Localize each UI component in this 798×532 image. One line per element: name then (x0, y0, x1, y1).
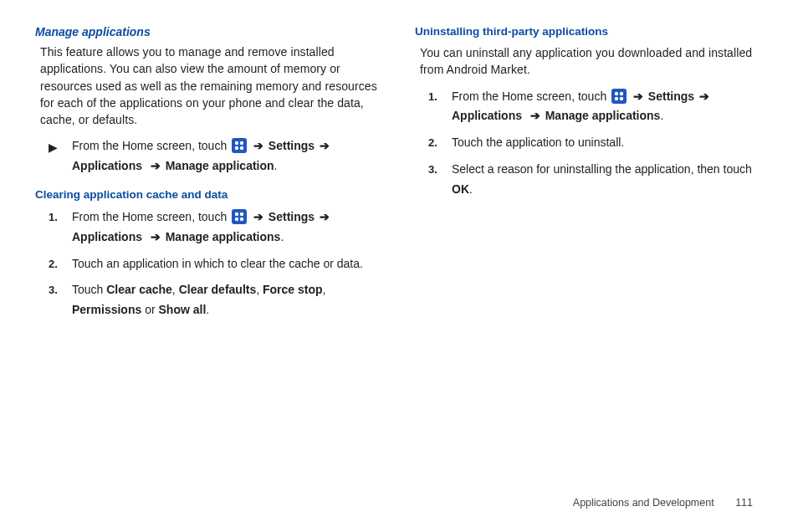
svg-point-4 (240, 146, 243, 150)
permissions-label: Permissions (72, 303, 141, 316)
ok-label: OK (452, 182, 469, 196)
end-dot: . (469, 182, 473, 196)
apps-grid-icon (232, 209, 247, 224)
play-bullet-icon: ▶ (49, 136, 72, 158)
svg-point-7 (240, 212, 243, 216)
step-2: 2. Touch the application to uninstall. (428, 133, 763, 153)
step-pre-text: From the Home screen, touch (452, 90, 610, 103)
svg-point-8 (235, 217, 238, 221)
arrow-icon: ➔ (318, 136, 331, 156)
footer-section: Applications and Development (573, 497, 714, 509)
arrow-icon: ➔ (149, 228, 162, 248)
svg-point-3 (235, 146, 238, 150)
settings-label: Settings (648, 90, 694, 103)
svg-point-11 (615, 91, 618, 95)
page-number: 111 (735, 497, 753, 509)
svg-point-14 (620, 96, 623, 100)
step-number: 3. (49, 280, 72, 299)
step-content: Touch Clear cache, Clear defaults, Force… (72, 280, 383, 320)
show-all-label: Show all (159, 303, 207, 316)
settings-label: Settings (269, 210, 315, 223)
step-number: 1. (49, 207, 72, 227)
heading-uninstalling: Uninstalling third-party applications (415, 25, 763, 38)
step-content: From the Home screen, touch ➔ Settings ➔… (72, 207, 383, 248)
svg-rect-5 (232, 209, 247, 224)
svg-point-6 (235, 212, 238, 216)
heading-manage-applications: Manage applications (35, 25, 383, 38)
or-text: or (141, 303, 158, 316)
manage-applications-label: Manage applications (166, 230, 281, 243)
end-dot: . (206, 303, 209, 316)
touch-pre: Touch (72, 283, 106, 296)
applications-label: Applications (72, 230, 142, 243)
step-pre-text: From the Home screen, touch (72, 210, 230, 223)
heading-clearing-cache: Clearing application cache and data (35, 188, 383, 201)
svg-point-2 (240, 141, 243, 145)
bullet-row: ▶ From the Home screen, touch ➔ Settings… (49, 136, 383, 176)
arrow-icon: ➔ (632, 87, 645, 107)
step-1: 1. From the Home screen, touch ➔ Setting… (49, 207, 383, 248)
step-number: 2. (49, 254, 72, 274)
svg-rect-10 (611, 89, 627, 104)
arrow-icon: ➔ (529, 106, 542, 126)
step-2: 2. Touch an application in which to clea… (49, 254, 383, 274)
apps-grid-icon (232, 138, 247, 153)
step-content: Touch the application to uninstall. (452, 133, 763, 153)
manage-applications-label: Manage applications (545, 109, 661, 122)
step-content: Select a reason for uninstalling the app… (452, 160, 763, 200)
page: Manage applications This feature allows … (0, 0, 798, 324)
force-stop-label: Force stop (263, 283, 323, 296)
page-footer: Applications and Development 111 (573, 497, 753, 509)
svg-rect-0 (232, 138, 247, 153)
bullet-content: From the Home screen, touch ➔ Settings ➔… (72, 136, 383, 176)
arrow-icon: ➔ (252, 207, 265, 228)
manage-application-label: Manage application (166, 159, 274, 172)
step-number: 3. (428, 160, 452, 179)
bullet-pre-text: From the Home screen, touch (72, 139, 230, 152)
left-column: Manage applications This feature allows … (35, 25, 383, 324)
step-content: Touch an application in which to clear t… (72, 254, 383, 274)
step-pre-text: Select a reason for uninstalling the app… (452, 162, 752, 176)
step-1: 1. From the Home screen, touch ➔ Setting… (428, 87, 763, 127)
svg-point-12 (620, 91, 623, 95)
clear-defaults-label: Clear defaults (179, 283, 257, 296)
clear-cache-label: Clear cache (106, 283, 172, 296)
intro-paragraph: You can uninstall any application you do… (420, 44, 763, 79)
right-column: Uninstalling third-party applications Yo… (415, 25, 763, 324)
arrow-icon: ➔ (252, 136, 265, 156)
settings-label: Settings (269, 139, 315, 152)
svg-point-1 (235, 141, 238, 145)
svg-point-13 (615, 96, 618, 100)
step-3: 3. Select a reason for uninstalling the … (428, 160, 763, 200)
svg-point-9 (240, 217, 243, 221)
intro-paragraph: This feature allows you to manage and re… (40, 43, 383, 128)
applications-label: Applications (72, 159, 142, 172)
applications-label: Applications (452, 109, 522, 122)
apps-grid-icon (611, 89, 627, 104)
step-number: 2. (428, 133, 452, 152)
step-3: 3. Touch Clear cache, Clear defaults, Fo… (49, 280, 383, 320)
step-number: 1. (428, 87, 452, 106)
step-content: From the Home screen, touch ➔ Settings ➔… (452, 87, 763, 127)
arrow-icon: ➔ (318, 207, 331, 228)
arrow-icon: ➔ (149, 156, 162, 176)
arrow-icon: ➔ (698, 87, 711, 107)
